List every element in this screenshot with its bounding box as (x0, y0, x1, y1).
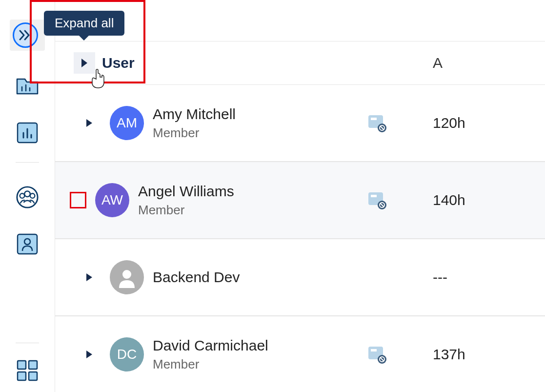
table-header: User A (55, 41, 545, 85)
expand-all-button[interactable] (13, 22, 38, 48)
avatar: AW (95, 183, 129, 217)
hours-value: --- (433, 269, 447, 286)
restriction-icon (367, 113, 387, 133)
main-content: User A AM Amy Mitchell Member 120h (55, 0, 545, 392)
svg-point-10 (30, 193, 35, 198)
table-row: AW Angel Williams Member 140h (55, 162, 545, 239)
user-info: David Carmichael Member (153, 337, 268, 372)
nav-reports[interactable] (16, 74, 39, 98)
folder-chart-icon (16, 76, 39, 96)
nav-analytics[interactable] (16, 121, 39, 144)
expand-all-wrapper (10, 20, 45, 51)
avatar: DC (110, 337, 144, 371)
sidebar-divider-2 (16, 343, 39, 343)
chevron-double-right-icon (19, 30, 32, 41)
svg-point-8 (24, 191, 30, 197)
caret-right-icon (85, 272, 93, 282)
user-name: Backend Dev (153, 269, 240, 286)
avatar (110, 260, 144, 294)
user-info: Backend Dev (153, 269, 240, 286)
people-icon (16, 185, 39, 209)
caret-right-icon (80, 58, 89, 68)
table-row: Backend Dev --- (55, 239, 545, 316)
sidebar (0, 0, 55, 392)
nav-apps[interactable] (16, 359, 39, 382)
svg-rect-23 (371, 195, 377, 197)
nav-team[interactable] (16, 186, 39, 209)
hours-value: 137h (433, 346, 465, 363)
expand-all-tooltip: Expand all (44, 11, 124, 36)
caret-right-icon (85, 350, 93, 359)
user-info: Angel Williams Member (138, 183, 234, 218)
user-role: Member (153, 125, 236, 141)
restriction-icon (367, 345, 387, 364)
expand-row-button[interactable] (82, 270, 96, 284)
user-role: Member (153, 357, 268, 372)
person-box-icon (17, 233, 38, 255)
sidebar-divider (16, 162, 39, 163)
person-placeholder-icon (116, 267, 138, 288)
user-name: Angel Williams (138, 183, 234, 200)
svg-rect-14 (29, 361, 37, 369)
restriction-icon (367, 190, 387, 210)
column-header-a: A (433, 55, 443, 71)
svg-rect-18 (371, 118, 377, 120)
user-name: Amy Mitchell (153, 106, 236, 123)
user-name: David Carmichael (153, 337, 268, 354)
svg-point-9 (20, 193, 25, 198)
svg-point-27 (122, 270, 131, 279)
table-row: DC David Carmichael Member 137h (55, 316, 545, 392)
svg-rect-29 (371, 349, 377, 351)
user-role: Member (138, 203, 234, 218)
hours-value: 120h (433, 115, 465, 131)
expand-row-button[interactable] (70, 192, 86, 208)
bar-chart-icon (17, 122, 38, 144)
hours-value: 140h (433, 192, 465, 208)
expand-all-header-button[interactable] (74, 52, 95, 74)
svg-rect-13 (18, 361, 26, 369)
table-row: AM Amy Mitchell Member 120h (55, 85, 545, 162)
grid-apps-icon (16, 359, 39, 382)
avatar: AM (110, 106, 144, 140)
expand-row-button[interactable] (82, 116, 96, 130)
column-header-user: User (102, 55, 135, 71)
svg-rect-16 (29, 372, 37, 380)
expand-row-button[interactable] (82, 348, 96, 361)
nav-user[interactable] (16, 232, 39, 256)
svg-rect-15 (18, 372, 26, 380)
caret-right-icon (85, 118, 93, 128)
user-info: Amy Mitchell Member (153, 106, 236, 141)
